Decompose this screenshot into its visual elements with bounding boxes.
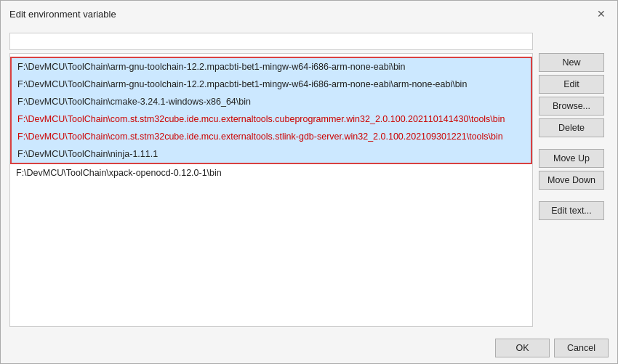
spacer2 (539, 193, 609, 198)
list-inner: F:\DevMCU\ToolChain\arm-gnu-toolchain-12… (10, 54, 532, 185)
title-bar: Edit environment variable ✕ (1, 1, 617, 27)
list-item[interactable]: F:\DevMCU\ToolChain\arm-gnu-toolchain-12… (12, 58, 531, 76)
cancel-button[interactable]: Cancel (554, 339, 609, 357)
move-down-button[interactable]: Move Down (539, 171, 604, 190)
edit-button[interactable]: Edit (539, 75, 604, 94)
move-up-button[interactable]: Move Up (539, 149, 604, 168)
selected-section: F:\DevMCU\ToolChain\arm-gnu-toolchain-12… (10, 57, 532, 164)
ok-button[interactable]: OK (495, 339, 550, 357)
list-item[interactable]: F:\DevMCU\ToolChain\com.st.stm32cube.ide… (12, 128, 531, 145)
list-item[interactable]: F:\DevMCU\ToolChain\ninja-1.11.1 (12, 145, 531, 163)
content-area: F:\DevMCU\ToolChain\arm-gnu-toolchain-12… (1, 27, 617, 333)
new-button[interactable]: New (539, 53, 604, 72)
delete-button[interactable]: Delete (539, 118, 604, 137)
dialog: Edit environment variable ✕ F:\DevMCU\To… (0, 0, 618, 364)
buttons-panel: New Edit Browse... Delete Move Up Move D… (539, 33, 609, 327)
footer: OK Cancel (1, 333, 617, 363)
edit-text-button[interactable]: Edit text... (539, 201, 604, 220)
list-container: F:\DevMCU\ToolChain\arm-gnu-toolchain-12… (9, 33, 533, 327)
list-item[interactable]: F:\DevMCU\ToolChain\arm-gnu-toolchain-12… (12, 76, 531, 93)
list-box[interactable]: F:\DevMCU\ToolChain\arm-gnu-toolchain-12… (9, 53, 533, 327)
list-item[interactable]: F:\DevMCU\ToolChain\xpack-openocd-0.12.0… (10, 164, 532, 182)
list-item[interactable]: F:\DevMCU\ToolChain\com.st.stm32cube.ide… (12, 110, 531, 128)
close-button[interactable]: ✕ (594, 7, 609, 21)
dialog-title: Edit environment variable (9, 9, 116, 20)
browse-button[interactable]: Browse... (539, 97, 604, 116)
search-input[interactable] (9, 33, 533, 50)
list-item[interactable]: F:\DevMCU\ToolChain\cmake-3.24.1-windows… (12, 93, 531, 110)
spacer (539, 140, 609, 146)
search-bar (9, 33, 533, 50)
